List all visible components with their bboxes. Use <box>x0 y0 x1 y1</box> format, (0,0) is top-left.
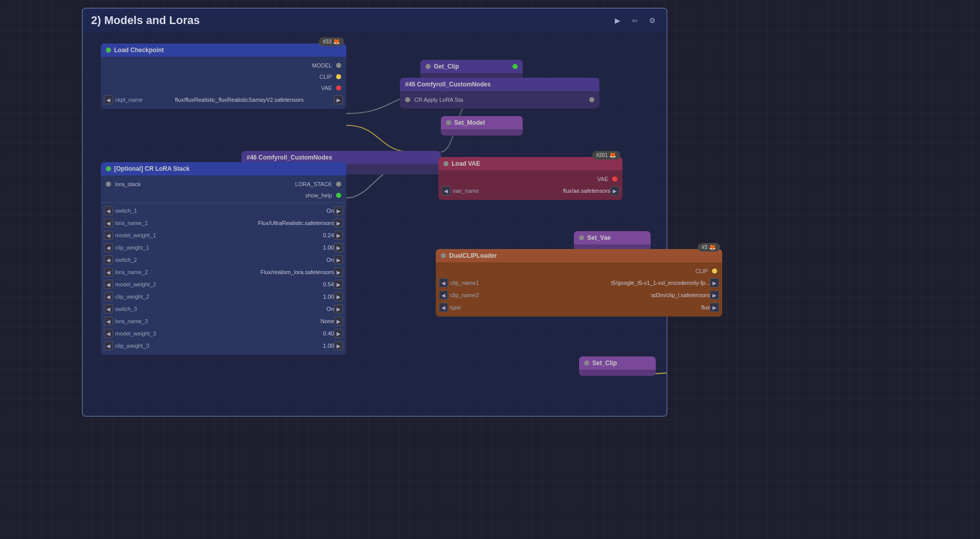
model-weight2-prev[interactable]: ◀ <box>104 280 113 289</box>
dual-clip-body: CLIP ◀ clip_name1 t5/google_t5-v1_1-xxl_… <box>436 262 722 317</box>
comfyroll-45-body: CR Apply LoRA Sta <box>400 91 599 108</box>
settings-button[interactable]: ⚙ <box>646 14 658 27</box>
divider-1 <box>101 203 346 203</box>
clip-weight3-next[interactable]: ▶ <box>334 341 343 350</box>
set-model-status-dot <box>446 120 451 125</box>
model-weight1-prev[interactable]: ◀ <box>104 231 113 240</box>
vae-name-row: ◀ vae_name flux/ae.safetensors ▶ <box>438 185 622 197</box>
switch1-next[interactable]: ▶ <box>334 206 343 215</box>
get-clip-out-dot <box>513 64 518 69</box>
model-weight3-row: ◀ model_weight_3 0.40 ▶ <box>101 327 346 340</box>
clip-name1-row: ◀ clip_name1 t5/google_t5-v1_1-xxl_encod… <box>436 277 722 289</box>
type-label: type <box>450 304 461 310</box>
node-get-clip: Get_Clip <box>420 60 523 79</box>
switch2-prev[interactable]: ◀ <box>104 255 113 264</box>
group-container: 2) Models and Loras ▶ ⇦ ⚙ #33 <box>82 8 667 417</box>
clip-weight1-value: 1.00 <box>151 244 334 251</box>
lora-stack-status-dot <box>106 166 111 171</box>
clip-name2-next[interactable]: ▶ <box>710 290 719 300</box>
lora-name1-prev[interactable]: ◀ <box>104 218 113 228</box>
model-weight1-next[interactable]: ▶ <box>334 231 343 240</box>
switch2-next[interactable]: ▶ <box>334 255 343 264</box>
dual-clip-badge: #3 🦊 <box>698 243 720 252</box>
set-clip-body <box>579 370 656 376</box>
vae-name-value: flux/ae.safetensors <box>481 188 610 194</box>
vae-name-next[interactable]: ▶ <box>610 186 619 195</box>
dual-clip-header: DualCLIPLoader <box>436 249 722 262</box>
lora-name2-prev[interactable]: ◀ <box>104 267 113 277</box>
cr-apply-label: CR Apply LoRA Sta <box>414 97 463 103</box>
lora-name1-row: ◀ lora_name_1 Flux/UltraRealistic.safete… <box>101 217 346 229</box>
set-vae-header: Set_Vae <box>574 231 651 244</box>
clip-weight3-value: 1.00 <box>151 343 334 349</box>
switch3-prev[interactable]: ◀ <box>104 304 113 313</box>
model-weight3-label: model_weight_3 <box>115 330 156 336</box>
clip-name1-label: clip_name1 <box>450 280 479 286</box>
clip-weight3-prev[interactable]: ◀ <box>104 341 113 350</box>
node-set-vae: Set_Vae <box>574 231 651 251</box>
clip-weight1-row: ◀ clip_weight_1 1.00 ▶ <box>101 241 346 254</box>
node-lora-stack: [Optional] CR LoRA Stack lora_stack LORA… <box>101 162 346 355</box>
clip-name2-prev[interactable]: ◀ <box>439 290 448 300</box>
set-model-header: Set_Model <box>441 116 523 129</box>
node-set-clip: Set_Clip <box>579 356 656 376</box>
lora-stack-body: lora_stack LORA_STACK show_help <box>101 175 346 355</box>
clip-name2-label: clip_name2 <box>450 292 479 298</box>
set-clip-status-dot <box>584 361 589 366</box>
arrow-button[interactable]: ⇦ <box>629 14 641 27</box>
switch2-value: On <box>139 257 334 263</box>
model-weight3-value: 0.40 <box>158 330 334 336</box>
get-clip-header: Get_Clip <box>420 60 523 73</box>
type-value: flux <box>463 304 710 310</box>
lora-name3-prev[interactable]: ◀ <box>104 317 113 326</box>
switch2-label: switch_2 <box>115 257 137 263</box>
clip-weight3-label: clip_weight_3 <box>115 343 149 349</box>
lora-stack-in-dot <box>106 182 111 187</box>
ckpt-name-prev-btn[interactable]: ◀ <box>104 95 113 104</box>
clip-name1-next[interactable]: ▶ <box>710 278 719 287</box>
lora-name3-row: ◀ lora_name_3 None ▶ <box>101 315 346 327</box>
lora-name1-label: lora_name_1 <box>115 220 148 226</box>
model-weight2-label: model_weight_2 <box>115 281 156 287</box>
type-row: ◀ type flux ▶ <box>436 301 722 313</box>
load-checkpoint-badge: #33 🦊 <box>319 37 344 46</box>
clip-weight1-prev[interactable]: ◀ <box>104 243 113 252</box>
lora-name3-next[interactable]: ▶ <box>334 317 343 326</box>
switch1-label: switch_1 <box>115 208 137 214</box>
group-title-bar: 2) Models and Loras ▶ ⇦ ⚙ <box>83 9 666 32</box>
lora-name2-next[interactable]: ▶ <box>334 267 343 277</box>
type-next[interactable]: ▶ <box>710 303 719 312</box>
model-weight2-next[interactable]: ▶ <box>334 280 343 289</box>
clip-output-label: CLIP <box>696 268 708 274</box>
get-clip-status-dot <box>426 64 431 69</box>
play-button[interactable]: ▶ <box>611 14 623 27</box>
ckpt-name-row: ◀ ckpt_name flux/fluxRealistic_fluxReali… <box>101 94 346 106</box>
lora-name2-label: lora_name_2 <box>115 269 148 275</box>
vae-port-row: VAE <box>101 82 346 94</box>
clip-name1-prev[interactable]: ◀ <box>439 278 448 287</box>
set-vae-status-dot <box>579 235 584 240</box>
lora-name2-value: Flux/realism_lora.safetensors <box>150 269 334 275</box>
clip-weight2-value: 1.00 <box>151 294 334 300</box>
switch3-next[interactable]: ▶ <box>334 304 343 313</box>
vae-out-label: VAE <box>597 176 608 182</box>
ckpt-name-next-btn[interactable]: ▶ <box>334 95 343 104</box>
vae-out-dot <box>612 176 617 182</box>
load-checkpoint-header: Load Checkpoint <box>101 43 346 57</box>
switch1-prev[interactable]: ◀ <box>104 206 113 215</box>
ckpt-name-value: flux/fluxRealistic_fluxRealisticSamayV2.… <box>145 97 334 103</box>
model-weight3-prev[interactable]: ◀ <box>104 329 113 338</box>
vae-port-dot <box>336 85 341 91</box>
clip-weight2-row: ◀ clip_weight_2 1.00 ▶ <box>101 290 346 303</box>
vae-name-prev[interactable]: ◀ <box>441 186 451 195</box>
clip-weight2-prev[interactable]: ◀ <box>104 292 113 301</box>
lora-name3-label: lora_name_3 <box>115 318 148 324</box>
switch3-value: On <box>139 306 334 312</box>
type-prev[interactable]: ◀ <box>439 303 448 312</box>
model-weight2-row: ◀ model_weight_2 0.54 ▶ <box>101 278 346 290</box>
clip-weight2-next[interactable]: ▶ <box>334 292 343 301</box>
clip-weight1-next[interactable]: ▶ <box>334 243 343 252</box>
clip-output-dot <box>712 268 717 274</box>
model-weight3-next[interactable]: ▶ <box>334 329 343 338</box>
lora-name1-next[interactable]: ▶ <box>334 218 343 228</box>
